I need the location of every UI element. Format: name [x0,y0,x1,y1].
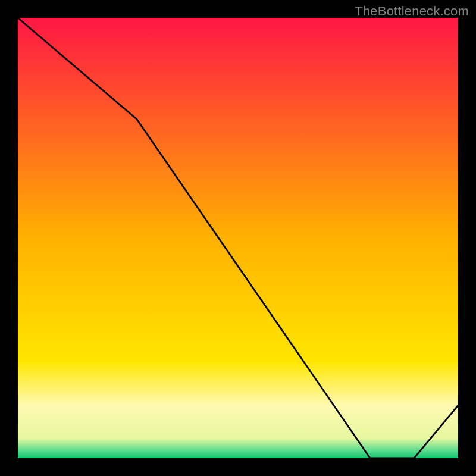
gradient-background [18,18,458,458]
chart-svg [18,18,458,458]
chart-frame: TheBottleneck.com [0,0,476,476]
watermark-label: TheBottleneck.com [355,4,469,19]
plot-area [18,18,458,458]
